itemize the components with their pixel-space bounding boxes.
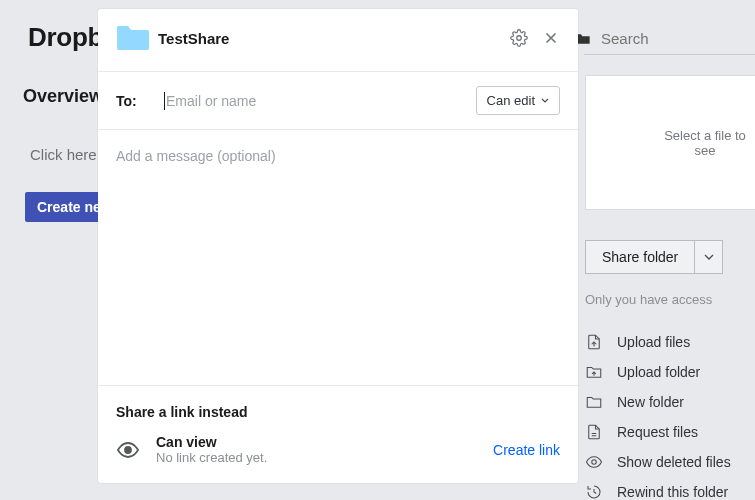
share-modal: TestShare To: Can edit Share a link inst… [98, 9, 578, 483]
action-label: New folder [617, 394, 684, 410]
link-permission-title: Can view [156, 434, 477, 450]
gear-icon[interactable] [510, 29, 528, 47]
action-label: Upload files [617, 334, 690, 350]
access-text: Only you have access [585, 292, 755, 307]
message-input[interactable] [116, 148, 560, 180]
rewind-icon [585, 483, 603, 500]
permission-dropdown[interactable]: Can edit [476, 86, 560, 115]
preview-pane: Select a file to see [585, 75, 755, 210]
share-folder-dropdown[interactable] [695, 240, 723, 274]
page-heading: Overview [23, 86, 103, 107]
upload-folder-action[interactable]: Upload folder [585, 357, 755, 387]
svg-point-2 [125, 447, 131, 453]
folder-icon [116, 23, 150, 53]
svg-point-0 [592, 460, 597, 465]
new-folder-icon [585, 393, 603, 411]
request-files-action[interactable]: Request files [585, 417, 755, 447]
hint-text: Click here t [30, 146, 105, 163]
action-label: Show deleted files [617, 454, 731, 470]
eye-icon [585, 453, 603, 471]
permission-label: Can edit [487, 93, 535, 108]
close-icon[interactable] [542, 29, 560, 47]
action-label: Request files [617, 424, 698, 440]
to-label: To: [116, 93, 144, 109]
link-permission-sub: No link created yet. [156, 450, 477, 465]
action-label: Upload folder [617, 364, 700, 380]
create-link-button[interactable]: Create link [493, 442, 560, 458]
chevron-down-icon [704, 254, 714, 260]
search-input[interactable] [601, 30, 701, 47]
show-deleted-action[interactable]: Show deleted files [585, 447, 755, 477]
share-folder-button[interactable]: Share folder [585, 240, 695, 274]
upload-file-icon [585, 333, 603, 351]
link-section-heading: Share a link instead [116, 404, 560, 420]
eye-icon [116, 438, 140, 462]
new-folder-action[interactable]: New folder [585, 387, 755, 417]
recipient-input[interactable] [164, 92, 456, 110]
chevron-down-icon [541, 98, 549, 103]
modal-title: TestShare [158, 30, 496, 47]
upload-files-action[interactable]: Upload files [585, 327, 755, 357]
action-label: Rewind this folder [617, 484, 728, 500]
request-files-icon [585, 423, 603, 441]
upload-folder-icon [585, 363, 603, 381]
svg-point-1 [517, 36, 522, 41]
rewind-folder-action[interactable]: Rewind this folder [585, 477, 755, 500]
